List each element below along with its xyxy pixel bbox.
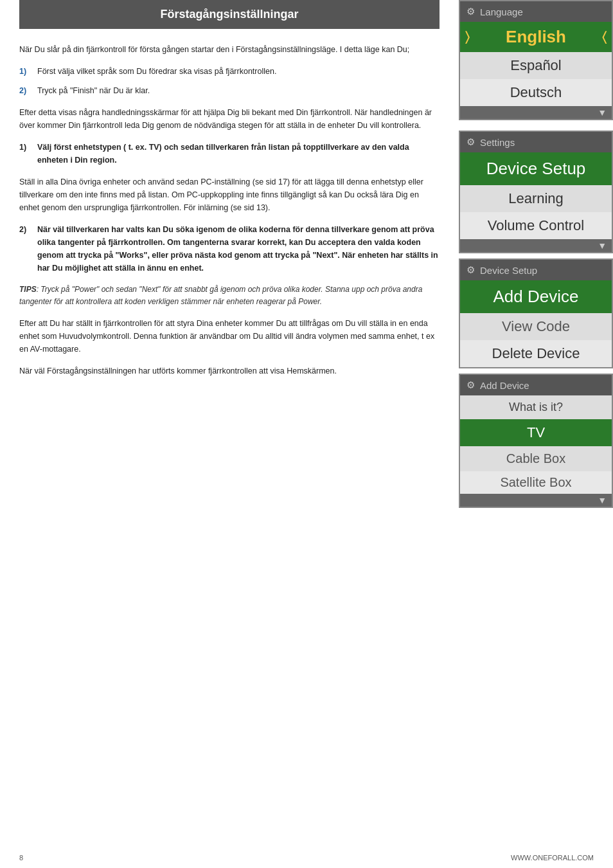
- intro-para-3: Ställ in alla Dina övriga enheter och an…: [19, 176, 440, 214]
- step-2b-num: 2): [19, 223, 37, 275]
- intro-para-4: Efter att Du har ställt in fjärrkontroll…: [19, 317, 440, 356]
- tv-label: TV: [527, 424, 545, 440]
- add-tv-item[interactable]: TV: [460, 419, 612, 446]
- step-1b: 1) Välj först enhetstypen ( t. ex. TV) o…: [19, 141, 440, 167]
- step-2b-text: När väl tillverkaren har valts kan Du sö…: [37, 223, 440, 275]
- step-2-num: 2): [19, 84, 37, 97]
- add-device-label: Add Device: [493, 287, 579, 306]
- espanol-label: Español: [510, 57, 562, 73]
- add-scroll-down[interactable]: ▼: [460, 494, 612, 507]
- language-espanol-item[interactable]: Español: [460, 52, 612, 79]
- add-device-header: ⚙ Add Device: [460, 375, 612, 395]
- learning-label: Learning: [508, 190, 564, 206]
- gear-icon-lang: ⚙: [466, 6, 475, 17]
- intro-para-1: När Du slår på din fjärrkontroll för för…: [19, 43, 440, 56]
- language-header: ⚙ Language: [460, 1, 612, 22]
- settings-section: ⚙ Settings Device Setup Learning Volume …: [459, 131, 613, 253]
- deutsch-label: Deutsch: [510, 84, 562, 100]
- satellite-box-label: Satellite Box: [500, 475, 571, 489]
- step-2-text: Tryck på "Finish" när Du är klar.: [37, 84, 440, 97]
- step-2b: 2) När väl tillverkaren har valts kan Du…: [19, 223, 440, 275]
- device-setup-label: Device Setup: [486, 159, 586, 178]
- language-deutsch-item[interactable]: Deutsch: [460, 79, 612, 106]
- device-setup-header-label: Device Setup: [480, 265, 537, 276]
- device-setup-header: ⚙ Device Setup: [460, 260, 612, 280]
- step-1-num: 1): [19, 65, 37, 78]
- arrow-left-icon[interactable]: 〉: [465, 30, 470, 44]
- device-delete-item[interactable]: Delete Device: [460, 340, 612, 367]
- footer-url: WWW.ONEFORALL.COM: [511, 854, 594, 862]
- cable-box-label: Cable Box: [506, 451, 565, 466]
- language-section: ⚙ Language 〉 English 〈 Español Deutsch ▼: [459, 0, 613, 120]
- add-what-item[interactable]: What is it?: [460, 395, 612, 419]
- what-is-it-label: What is it?: [509, 401, 563, 413]
- language-english-item[interactable]: 〉 English 〈: [460, 22, 612, 52]
- english-label: English: [506, 27, 566, 47]
- add-device-header-label: Add Device: [480, 380, 529, 391]
- settings-learning-item[interactable]: Learning: [460, 185, 612, 212]
- settings-device-setup-item[interactable]: Device Setup: [460, 152, 612, 185]
- left-content: Förstagångsinställningar När Du slår på …: [0, 0, 459, 842]
- footer: 8 WWW.ONEFORALL.COM: [19, 854, 594, 862]
- view-code-label: View Code: [502, 318, 570, 334]
- add-cable-item[interactable]: Cable Box: [460, 446, 612, 471]
- footer-page-number: 8: [19, 854, 23, 862]
- step-1-text: Först välja vilket språk som Du föredrar…: [37, 65, 440, 78]
- right-panel: ⚙ Language 〉 English 〈 Español Deutsch ▼…: [459, 0, 613, 842]
- add-device-section: ⚙ Add Device What is it? TV Cable Box Sa…: [459, 374, 613, 508]
- intro-para-2: Efter detta visas några handledningsskär…: [19, 106, 440, 132]
- gear-icon-device-setup: ⚙: [466, 264, 475, 276]
- gear-icon-settings: ⚙: [466, 136, 475, 148]
- settings-label: Settings: [480, 137, 515, 148]
- tips-para: TIPS: Tryck på "Power" och sedan "Next" …: [19, 284, 440, 308]
- step-1: 1) Först välja vilket språk som Du föred…: [19, 65, 440, 78]
- delete-device-label: Delete Device: [492, 345, 580, 361]
- step-1b-num: 1): [19, 141, 37, 167]
- intro-para-5: När väl Förstagångsinställningen har utf…: [19, 365, 440, 377]
- arrow-right-icon[interactable]: 〈: [602, 30, 607, 44]
- tips-text: : Tryck på "Power" och sedan "Next" för …: [19, 285, 422, 306]
- page-title: Förstagångsinställningar: [19, 0, 440, 29]
- lang-scroll-down[interactable]: ▼: [460, 106, 612, 119]
- volume-label: Volume Control: [488, 217, 584, 233]
- settings-header: ⚙ Settings: [460, 132, 612, 152]
- step-2: 2) Tryck på "Finish" när Du är klar.: [19, 84, 440, 97]
- device-add-item[interactable]: Add Device: [460, 280, 612, 313]
- settings-volume-item[interactable]: Volume Control: [460, 212, 612, 239]
- device-view-item[interactable]: View Code: [460, 313, 612, 340]
- settings-scroll-down[interactable]: ▼: [460, 239, 612, 252]
- add-satellite-item[interactable]: Satellite Box: [460, 471, 612, 494]
- step-1b-text: Välj först enhetstypen ( t. ex. TV) och …: [37, 141, 440, 167]
- gear-icon-add-device: ⚙: [466, 379, 475, 391]
- device-setup-section: ⚙ Device Setup Add Device View Code Dele…: [459, 258, 613, 368]
- language-label: Language: [480, 6, 523, 17]
- tips-label: TIPS: [19, 285, 37, 294]
